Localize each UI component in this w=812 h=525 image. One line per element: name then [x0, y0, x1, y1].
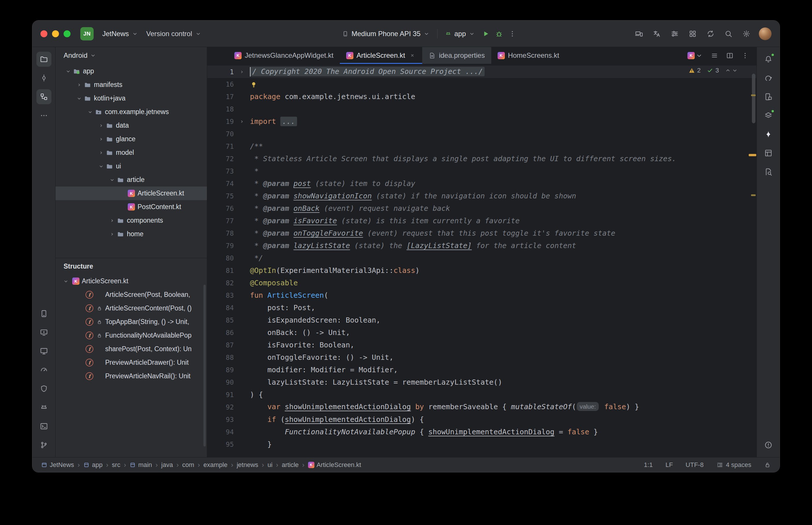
- code-editor[interactable]: 1/ Copyright 2020 The Android Open Sourc…: [207, 64, 756, 457]
- resource-manager-button[interactable]: [761, 108, 776, 123]
- chevron-right-icon[interactable]: [75, 81, 83, 89]
- more-run-actions-button[interactable]: [506, 27, 519, 41]
- structure-item-previewarticledrawer-unit[interactable]: fPreviewArticleDrawer(): Unit: [56, 356, 207, 369]
- run-configuration-button[interactable]: app: [441, 27, 479, 40]
- tree-item-ui[interactable]: ui: [56, 160, 207, 173]
- tab-homescreens-kt[interactable]: KHomeScreens.kt: [491, 47, 565, 64]
- problems-button[interactable]: [761, 437, 776, 452]
- layout-inspector-button[interactable]: [761, 146, 776, 161]
- code-line-18[interactable]: 18: [207, 103, 756, 115]
- chevron-right-icon[interactable]: [97, 135, 105, 143]
- chevron-down-icon[interactable]: [97, 162, 105, 170]
- structure-item-articlescreencontent-post[interactable]: fArticleScreenContent(Post, (): [56, 301, 207, 315]
- structure-button[interactable]: [36, 89, 51, 104]
- device-file-explorer-button[interactable]: [761, 89, 776, 104]
- code-line-17[interactable]: 17package com.example.jetnews.ui.article: [207, 90, 756, 103]
- code-line-77[interactable]: 77 * @param isFavorite (state) is this i…: [207, 214, 756, 227]
- code-line-76[interactable]: 76 * @param onBack (event) request navig…: [207, 202, 756, 214]
- tree-item-manifests[interactable]: manifests: [56, 78, 207, 92]
- run-button[interactable]: [479, 27, 492, 41]
- tab-articlescreen-kt[interactable]: KArticleScreen.kt: [340, 47, 422, 64]
- emulator-button[interactable]: [36, 344, 51, 359]
- running-devices-button[interactable]: [36, 325, 51, 340]
- device-manager-button[interactable]: [36, 306, 51, 321]
- read-write-lock-widget[interactable]: [764, 462, 771, 468]
- profiler-button[interactable]: [36, 362, 51, 377]
- code-line-78[interactable]: 78 * @param onToggleFavorite (event) req…: [207, 227, 756, 239]
- more-editor-options-icon[interactable]: [741, 52, 749, 59]
- project-menu-button[interactable]: JetNews: [98, 27, 142, 40]
- fold-marker-icon[interactable]: [239, 69, 245, 75]
- code-line-91[interactable]: 91) {: [207, 388, 756, 401]
- find-file-button[interactable]: [761, 164, 776, 179]
- project-folder-button[interactable]: [36, 52, 51, 67]
- chevron-right-icon[interactable]: [97, 122, 105, 130]
- code-line-70[interactable]: 70: [207, 127, 756, 140]
- structure-item-functionalitynotavailablepop[interactable]: fFunctionalityNotAvailablePop: [56, 329, 207, 342]
- close-tab-icon[interactable]: [409, 52, 416, 59]
- user-avatar[interactable]: [759, 27, 771, 40]
- zoom-window-button[interactable]: [63, 30, 71, 37]
- close-window-button[interactable]: [41, 30, 47, 37]
- breadcrumb-articlescreen-kt[interactable]: KArticleScreen.kt: [308, 461, 361, 469]
- chevron-right-icon[interactable]: [108, 230, 116, 238]
- split-editor-icon[interactable]: [726, 52, 734, 59]
- hidden-tabs-dropdown[interactable]: K: [688, 52, 703, 59]
- code-line-82[interactable]: 82@Composable: [207, 277, 756, 289]
- structure-item-topappbar-string-unit[interactable]: fTopAppBar(String, () -> Unit,: [56, 315, 207, 329]
- code-line-95[interactable]: 95 }: [207, 438, 756, 450]
- version-control-button[interactable]: [36, 437, 51, 452]
- tree-item-postcontent-kt[interactable]: KPostContent.kt: [56, 200, 207, 214]
- breadcrumb-article[interactable]: article: [282, 461, 299, 469]
- breadcrumb-com[interactable]: com: [182, 461, 194, 469]
- code-line-75[interactable]: 75 * @param showNavigationIcon (state) i…: [207, 190, 756, 202]
- inspection-widget[interactable]: 2 3: [688, 67, 738, 74]
- caret-position-widget[interactable]: 1:1: [644, 461, 653, 469]
- code-line-1[interactable]: 1/ Copyright 2020 The Android Open Sourc…: [207, 65, 756, 78]
- chevron-right-icon[interactable]: [108, 216, 116, 225]
- grid-button[interactable]: [688, 29, 697, 38]
- code-line-16[interactable]: 16: [207, 78, 756, 90]
- gradle-button[interactable]: [761, 71, 776, 86]
- tree-item-kotlin-java[interactable]: kotlin+java: [56, 92, 207, 105]
- code-line-79[interactable]: 79 * @param lazyListState (state) the [L…: [207, 239, 756, 252]
- tree-item-articlescreen-kt[interactable]: KArticleScreen.kt: [56, 186, 207, 200]
- structure-item-articlescreen-post-boolean[interactable]: fArticleScreen(Post, Boolean,: [56, 288, 207, 301]
- device-selector-button[interactable]: Medium Phone API 35: [338, 27, 434, 40]
- chevron-right-icon[interactable]: [97, 149, 105, 157]
- debug-button[interactable]: [492, 27, 506, 41]
- code-line-19[interactable]: 19import ...: [207, 115, 756, 127]
- device-mirroring-button[interactable]: [635, 29, 643, 38]
- tree-item-model[interactable]: model: [56, 146, 207, 160]
- warnings-count[interactable]: 2: [688, 67, 701, 74]
- line-separator-widget[interactable]: LF: [665, 461, 673, 469]
- project-view-selector[interactable]: Android: [56, 47, 207, 64]
- passed-inspections-count[interactable]: 3: [707, 67, 719, 74]
- code-line-94[interactable]: 94 FunctionalityNotAvailablePopup { show…: [207, 426, 756, 438]
- tree-item-glance[interactable]: glance: [56, 132, 207, 146]
- commit-button[interactable]: [36, 71, 51, 86]
- code-line-72[interactable]: 72 * Stateless Article Screen that displ…: [207, 152, 756, 165]
- code-line-92[interactable]: 92 var showUnimplementedActionDialog by …: [207, 401, 756, 413]
- breadcrumb-main[interactable]: main: [130, 461, 152, 469]
- code-line-87[interactable]: 87 isFavorite: Boolean,: [207, 339, 756, 351]
- breadcrumb-jetnews[interactable]: jetnews: [237, 461, 259, 469]
- indent-widget[interactable]: 4 spaces: [717, 461, 751, 469]
- minimize-window-button[interactable]: [52, 30, 59, 37]
- code-line-93[interactable]: 93 if (showUnimplementedActionDialog) {: [207, 413, 756, 426]
- code-line-80[interactable]: 80 */: [207, 252, 756, 264]
- code-line-90[interactable]: 90 lazyListState: LazyListState = rememb…: [207, 376, 756, 388]
- code-line-73[interactable]: 73 *: [207, 165, 756, 177]
- breadcrumb-jetnews[interactable]: JetNews: [41, 461, 74, 469]
- structure-root[interactable]: K ArticleScreen.kt: [56, 274, 207, 288]
- structure-scrollbar[interactable]: [204, 285, 206, 447]
- version-control-menu-button[interactable]: Version control: [142, 27, 205, 40]
- code-line-89[interactable]: 89 modifier: Modifier = Modifier,: [207, 363, 756, 376]
- code-line-83[interactable]: 83fun ArticleScreen(: [207, 289, 756, 301]
- breadcrumb-app[interactable]: app: [83, 461, 103, 469]
- intention-bulb-icon[interactable]: [250, 81, 257, 88]
- tab-jetnewsglanceappwidget-kt[interactable]: KJetnewsGlanceAppWidget.kt: [228, 47, 340, 64]
- tree-item-components[interactable]: components: [56, 214, 207, 227]
- code-line-71[interactable]: 71/**: [207, 140, 756, 152]
- breadcrumb-example[interactable]: example: [204, 461, 227, 469]
